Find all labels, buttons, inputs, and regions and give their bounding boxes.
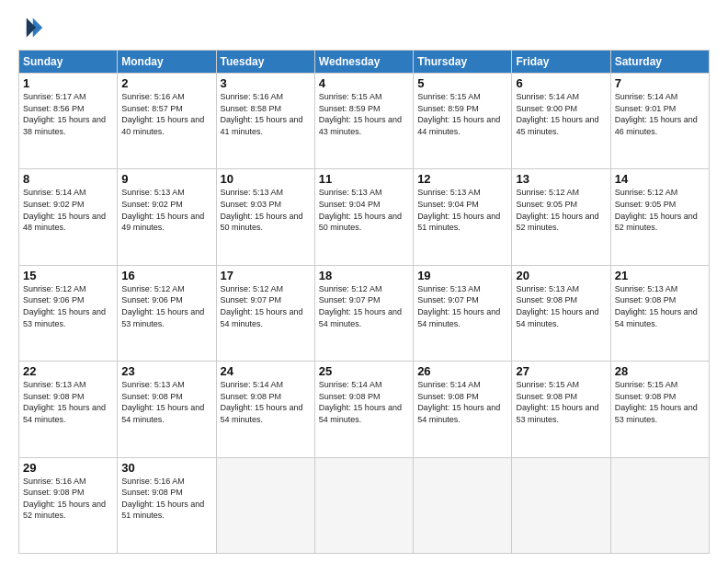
calendar-cell <box>512 457 610 553</box>
day-number: 29 <box>23 461 113 475</box>
calendar-cell: 24Sunrise: 5:14 AMSunset: 9:08 PMDayligh… <box>216 362 314 457</box>
calendar-cell: 8Sunrise: 5:14 AMSunset: 9:02 PMDaylight… <box>19 169 118 265</box>
day-number: 21 <box>615 269 705 282</box>
day-of-week-wednesday: Wednesday <box>314 51 413 74</box>
day-number: 16 <box>121 269 211 282</box>
cell-details: Sunrise: 5:13 AMSunset: 9:07 PMDaylight:… <box>417 283 507 329</box>
calendar-cell: 9Sunrise: 5:13 AMSunset: 9:02 PMDaylight… <box>118 169 216 265</box>
calendar-cell: 28Sunrise: 5:15 AMSunset: 9:08 PMDayligh… <box>610 362 709 457</box>
calendar-cell: 27Sunrise: 5:15 AMSunset: 9:08 PMDayligh… <box>512 362 610 457</box>
calendar-week-row: 1Sunrise: 5:17 AMSunset: 8:56 PMDaylight… <box>19 74 710 169</box>
cell-details: Sunrise: 5:13 AMSunset: 9:08 PMDaylight:… <box>121 379 211 425</box>
calendar-cell: 10Sunrise: 5:13 AMSunset: 9:03 PMDayligh… <box>216 169 314 265</box>
calendar-cell: 12Sunrise: 5:13 AMSunset: 9:04 PMDayligh… <box>414 169 512 265</box>
day-number: 27 <box>516 364 606 378</box>
cell-details: Sunrise: 5:16 AMSunset: 9:08 PMDaylight:… <box>23 476 113 522</box>
cell-details: Sunrise: 5:12 AMSunset: 9:05 PMDaylight:… <box>615 187 705 233</box>
calendar-cell: 13Sunrise: 5:12 AMSunset: 9:05 PMDayligh… <box>512 169 610 265</box>
day-number: 9 <box>121 172 211 186</box>
calendar-header-row: SundayMondayTuesdayWednesdayThursdayFrid… <box>19 51 710 74</box>
day-of-week-saturday: Saturday <box>610 51 709 74</box>
calendar-cell: 20Sunrise: 5:13 AMSunset: 9:08 PMDayligh… <box>512 265 610 361</box>
calendar-cell: 17Sunrise: 5:12 AMSunset: 9:07 PMDayligh… <box>216 265 314 361</box>
day-number: 20 <box>516 269 606 282</box>
calendar-week-row: 15Sunrise: 5:12 AMSunset: 9:06 PMDayligh… <box>19 265 710 361</box>
cell-details: Sunrise: 5:13 AMSunset: 9:08 PMDaylight:… <box>615 283 705 329</box>
cell-details: Sunrise: 5:12 AMSunset: 9:06 PMDaylight:… <box>121 283 211 329</box>
cell-details: Sunrise: 5:16 AMSunset: 8:58 PMDaylight:… <box>221 91 311 137</box>
calendar-week-row: 22Sunrise: 5:13 AMSunset: 9:08 PMDayligh… <box>19 362 710 457</box>
day-number: 14 <box>615 172 705 186</box>
day-number: 18 <box>319 269 409 282</box>
cell-details: Sunrise: 5:12 AMSunset: 9:07 PMDaylight:… <box>319 283 409 329</box>
logo <box>18 15 48 40</box>
cell-details: Sunrise: 5:13 AMSunset: 9:08 PMDaylight:… <box>516 283 606 329</box>
cell-details: Sunrise: 5:14 AMSunset: 9:00 PMDaylight:… <box>516 91 606 137</box>
day-number: 7 <box>615 76 705 90</box>
calendar-cell <box>216 457 314 553</box>
day-number: 19 <box>417 269 507 282</box>
cell-details: Sunrise: 5:15 AMSunset: 9:08 PMDaylight:… <box>516 379 606 425</box>
day-of-week-tuesday: Tuesday <box>216 51 314 74</box>
day-number: 23 <box>121 364 211 378</box>
calendar-cell: 15Sunrise: 5:12 AMSunset: 9:06 PMDayligh… <box>19 265 118 361</box>
calendar-cell: 6Sunrise: 5:14 AMSunset: 9:00 PMDaylight… <box>512 74 610 169</box>
cell-details: Sunrise: 5:14 AMSunset: 9:08 PMDaylight:… <box>319 379 409 425</box>
day-number: 5 <box>417 76 507 90</box>
day-number: 4 <box>319 76 409 90</box>
day-number: 30 <box>121 461 211 475</box>
cell-details: Sunrise: 5:13 AMSunset: 9:04 PMDaylight:… <box>319 187 409 233</box>
cell-details: Sunrise: 5:15 AMSunset: 9:08 PMDaylight:… <box>615 379 705 425</box>
day-number: 2 <box>121 76 211 90</box>
day-of-week-friday: Friday <box>512 51 610 74</box>
calendar-cell: 4Sunrise: 5:15 AMSunset: 8:59 PMDaylight… <box>314 74 413 169</box>
day-number: 8 <box>23 172 113 186</box>
cell-details: Sunrise: 5:16 AMSunset: 9:08 PMDaylight:… <box>121 476 211 522</box>
calendar-cell <box>610 457 709 553</box>
calendar-cell: 14Sunrise: 5:12 AMSunset: 9:05 PMDayligh… <box>610 169 709 265</box>
day-of-week-sunday: Sunday <box>19 51 118 74</box>
calendar-cell: 25Sunrise: 5:14 AMSunset: 9:08 PMDayligh… <box>314 362 413 457</box>
calendar-cell: 11Sunrise: 5:13 AMSunset: 9:04 PMDayligh… <box>314 169 413 265</box>
cell-details: Sunrise: 5:13 AMSunset: 9:03 PMDaylight:… <box>221 187 311 233</box>
calendar-cell <box>314 457 413 553</box>
day-of-week-monday: Monday <box>118 51 216 74</box>
logo-icon <box>18 15 44 40</box>
calendar-cell: 2Sunrise: 5:16 AMSunset: 8:57 PMDaylight… <box>118 74 216 169</box>
day-number: 26 <box>417 364 507 378</box>
day-number: 15 <box>23 269 113 282</box>
day-number: 13 <box>516 172 606 186</box>
calendar-cell: 1Sunrise: 5:17 AMSunset: 8:56 PMDaylight… <box>19 74 118 169</box>
cell-details: Sunrise: 5:12 AMSunset: 9:06 PMDaylight:… <box>23 283 113 329</box>
calendar-week-row: 8Sunrise: 5:14 AMSunset: 9:02 PMDaylight… <box>19 169 710 265</box>
day-number: 22 <box>23 364 113 378</box>
calendar-cell: 21Sunrise: 5:13 AMSunset: 9:08 PMDayligh… <box>610 265 709 361</box>
day-number: 12 <box>417 172 507 186</box>
cell-details: Sunrise: 5:14 AMSunset: 9:01 PMDaylight:… <box>615 91 705 137</box>
day-number: 11 <box>319 172 409 186</box>
calendar-cell: 19Sunrise: 5:13 AMSunset: 9:07 PMDayligh… <box>414 265 512 361</box>
cell-details: Sunrise: 5:14 AMSunset: 9:08 PMDaylight:… <box>221 379 311 425</box>
calendar-cell: 29Sunrise: 5:16 AMSunset: 9:08 PMDayligh… <box>19 457 118 553</box>
cell-details: Sunrise: 5:13 AMSunset: 9:02 PMDaylight:… <box>121 187 211 233</box>
day-number: 25 <box>319 364 409 378</box>
cell-details: Sunrise: 5:15 AMSunset: 8:59 PMDaylight:… <box>319 91 409 137</box>
day-number: 3 <box>221 76 311 90</box>
cell-details: Sunrise: 5:14 AMSunset: 9:02 PMDaylight:… <box>23 187 113 233</box>
cell-details: Sunrise: 5:17 AMSunset: 8:56 PMDaylight:… <box>23 91 113 137</box>
calendar-cell: 26Sunrise: 5:14 AMSunset: 9:08 PMDayligh… <box>414 362 512 457</box>
calendar-cell: 30Sunrise: 5:16 AMSunset: 9:08 PMDayligh… <box>118 457 216 553</box>
calendar-cell: 16Sunrise: 5:12 AMSunset: 9:06 PMDayligh… <box>118 265 216 361</box>
day-number: 24 <box>221 364 311 378</box>
calendar-cell: 3Sunrise: 5:16 AMSunset: 8:58 PMDaylight… <box>216 74 314 169</box>
day-number: 17 <box>221 269 311 282</box>
cell-details: Sunrise: 5:13 AMSunset: 9:08 PMDaylight:… <box>23 379 113 425</box>
calendar-cell <box>414 457 512 553</box>
day-of-week-thursday: Thursday <box>414 51 512 74</box>
day-number: 10 <box>221 172 311 186</box>
cell-details: Sunrise: 5:12 AMSunset: 9:05 PMDaylight:… <box>516 187 606 233</box>
cell-details: Sunrise: 5:16 AMSunset: 8:57 PMDaylight:… <box>121 91 211 137</box>
cell-details: Sunrise: 5:13 AMSunset: 9:04 PMDaylight:… <box>417 187 507 233</box>
day-number: 28 <box>615 364 705 378</box>
calendar-cell: 23Sunrise: 5:13 AMSunset: 9:08 PMDayligh… <box>118 362 216 457</box>
